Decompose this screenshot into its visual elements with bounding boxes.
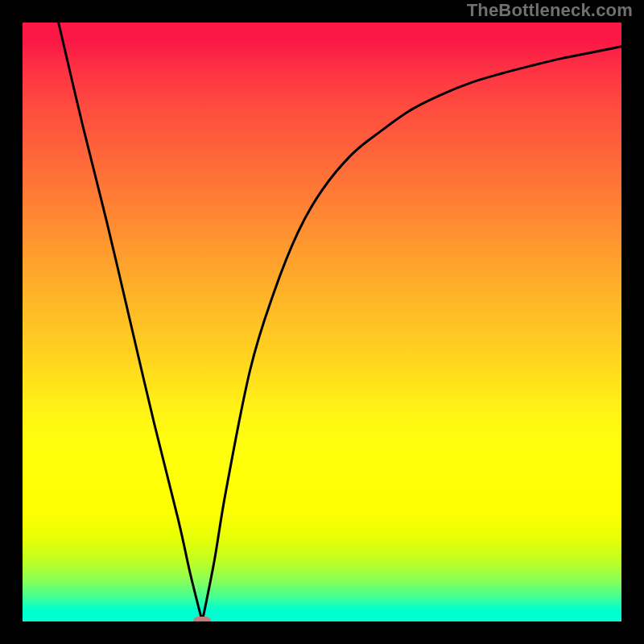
bottleneck-curve	[59, 23, 621, 621]
minimum-marker	[193, 617, 211, 621]
curve-layer	[23, 23, 621, 621]
plot-area	[23, 23, 621, 621]
attribution-label: TheBottleneck.com	[467, 0, 633, 21]
chart-frame: TheBottleneck.com	[0, 0, 644, 644]
